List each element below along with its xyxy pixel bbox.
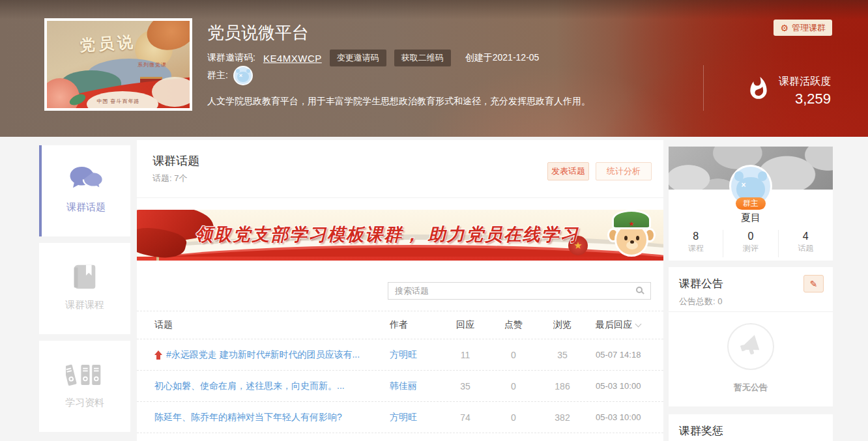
flame-icon <box>746 73 771 104</box>
search-icon[interactable] <box>636 287 643 293</box>
megaphone-icon <box>727 323 774 370</box>
col-header-topic: 话题 <box>137 319 390 331</box>
col-header-views: 浏览 <box>538 319 586 331</box>
author-link[interactable]: 韩佳丽 <box>390 380 417 391</box>
gear-icon: ⚙ <box>780 23 788 33</box>
announcements-card: 课群公告 ✎ 公告总数: 0 暂无公告 <box>669 267 833 406</box>
invite-row: 课群邀请码: KE4MXWCP 变更邀请码 获取二维码 创建于2021-12-0… <box>207 50 539 66</box>
sidebar-item-materials[interactable]: 学习资料 <box>39 341 130 432</box>
mascot-eye-shape <box>636 236 639 240</box>
binders-icon <box>66 358 104 391</box>
topics-count: 话题: 7个 <box>152 173 187 184</box>
owner-badge: 群主 <box>736 197 766 210</box>
red-star-icon: ★ <box>629 221 635 227</box>
mascot-helmet-shape: ★ <box>612 210 651 229</box>
stat-assessments[interactable]: 0 测评 <box>723 230 777 257</box>
last-reply-time: 05-03 10:00 <box>586 381 663 391</box>
chevron-down-icon <box>635 320 642 327</box>
statistics-button[interactable]: 统计分析 <box>596 162 652 180</box>
stat-label: 话题 <box>779 243 833 253</box>
topics-table: 话题 作者 回应 点赞 浏览 最后回应 #永远跟党走 建功新时代#新时代的团员应… <box>137 311 663 433</box>
table-row: 陈延年、陈乔年的精神对当下年轻人有何影响? 方明旺 74 0 382 05-03… <box>137 402 663 433</box>
change-invite-code-button[interactable]: 变更邀请码 <box>330 50 386 66</box>
edit-icon: ✎ <box>810 279 818 289</box>
owner-avatar[interactable]: × <box>233 66 253 85</box>
col-header-likes: 点赞 <box>489 319 538 331</box>
stat-courses[interactable]: 8 课程 <box>669 230 723 257</box>
activity-value: 3,259 <box>779 89 831 109</box>
chat-bubbles-icon <box>67 162 105 196</box>
cover-footer-text: 中国 奋斗百年路 <box>47 98 190 105</box>
rewards-title: 课群奖惩 <box>679 423 723 438</box>
sidebar-item-label: 学习资料 <box>65 397 104 409</box>
sidebar-item-courses[interactable]: 课群课程 <box>39 243 130 334</box>
owner-name: 夏目 <box>669 212 833 224</box>
activity-block: 课群活跃度 3,259 <box>779 74 831 109</box>
owner-row: 群主: × <box>207 66 253 85</box>
sidebar-item-label: 课群课程 <box>65 299 104 311</box>
publish-topic-button[interactable]: 发表话题 <box>547 162 589 180</box>
replies-count: 74 <box>442 412 489 423</box>
col-header-last-reply-label: 最后回应 <box>596 319 632 331</box>
cover-illustration: 党员说 系列微党课 中国 奋斗百年路 <box>47 21 190 108</box>
book-icon <box>70 260 100 294</box>
invite-code-label: 课群邀请码: <box>207 52 255 64</box>
edit-announcement-button[interactable]: ✎ <box>803 275 824 292</box>
stat-topics[interactable]: 4 话题 <box>778 230 833 257</box>
sidebar-item-label: 课群话题 <box>66 201 106 214</box>
topic-title-link[interactable]: 初心如磐、使命在肩，述往思来，向史而新。... <box>154 380 345 392</box>
pinned-icon <box>154 350 162 360</box>
topic-search-box <box>388 282 651 300</box>
author-link[interactable]: 方明旺 <box>390 349 417 360</box>
views-count: 382 <box>538 412 586 423</box>
likes-count: 0 <box>489 350 538 360</box>
stat-value: 8 <box>669 230 723 243</box>
last-reply-time: 05-03 10:00 <box>586 412 663 422</box>
replies-count: 11 <box>442 350 489 360</box>
mascot-eye-shape <box>624 236 628 240</box>
table-row: 初心如磐、使命在肩，述往思来，向史而新。... 韩佳丽 35 0 186 05-… <box>137 371 663 402</box>
group-description: 人文学院思政教育平台，用于丰富学院学生思想政治教育形式和途径，充分发挥思政育人作… <box>207 96 590 107</box>
likes-count: 0 <box>489 381 538 391</box>
sidebar-item-topics[interactable]: 课群话题 <box>39 145 130 236</box>
likes-count: 0 <box>489 412 538 423</box>
stat-label: 测评 <box>723 243 777 253</box>
owner-label: 群主: <box>207 70 228 81</box>
invite-code-link[interactable]: KE4MXWCP <box>263 53 322 64</box>
section-divider <box>137 197 663 198</box>
topics-section-title: 课群话题 <box>152 153 199 169</box>
banner-slogan: 领取党支部学习模板课群， 助力党员在线学习 <box>193 223 581 246</box>
bear-eye-shape: × <box>742 181 746 189</box>
col-header-author: 作者 <box>390 319 442 331</box>
mascot-nose-shape <box>630 240 634 244</box>
table-row: #永远跟党走 建功新时代#新时代的团员应该有... 方明旺 11 0 35 05… <box>137 339 663 371</box>
promo-banner[interactable]: ★ 领取党支部学习模板课群， 助力党员在线学习 ★ <box>137 210 663 261</box>
col-header-replies: 回应 <box>442 319 489 331</box>
profile-stats-row: 8 课程 0 测评 4 话题 <box>669 230 833 257</box>
views-count: 35 <box>538 350 586 360</box>
replies-count: 35 <box>442 381 489 391</box>
header-divider <box>703 65 704 111</box>
section-divider <box>669 311 833 312</box>
get-qr-code-button[interactable]: 获取二维码 <box>394 50 451 66</box>
col-header-last-reply[interactable]: 最后回应 <box>586 319 663 331</box>
rewards-card: 课群奖惩 <box>669 414 833 441</box>
mascot-dog-icon: ★ <box>607 210 656 259</box>
last-reply-time: 05-07 14:18 <box>586 350 663 360</box>
views-count: 186 <box>538 381 586 391</box>
activity-label: 课群活跃度 <box>779 74 831 89</box>
topic-title-link[interactable]: 陈延年、陈乔年的精神对当下年轻人有何影响? <box>154 412 342 423</box>
topic-title-link[interactable]: #永远跟党走 建功新时代#新时代的团员应该有... <box>166 349 360 361</box>
group-header: 党员说 系列微党课 中国 奋斗百年路 党员说微平台 课群邀请码: KE4MXWC… <box>0 0 868 137</box>
stat-label: 课程 <box>669 243 723 253</box>
manage-group-button[interactable]: ⚙ 管理课群 <box>774 20 832 36</box>
search-input[interactable] <box>388 283 650 299</box>
bear-eye-shape: × <box>239 73 242 79</box>
stat-value: 0 <box>723 230 777 243</box>
owner-profile-card: × 群主 夏目 8 课程 0 测评 4 话题 <box>669 147 833 261</box>
manage-group-label: 管理课群 <box>792 22 826 34</box>
author-link[interactable]: 方明旺 <box>390 412 417 422</box>
created-date: 创建于2021-12-05 <box>465 52 540 64</box>
topics-panel: 课群话题 话题: 7个 发表话题 统计分析 ★ 领取党支部学习模板课群， 助力党… <box>137 140 663 441</box>
group-cover-image: 党员说 系列微党课 中国 奋斗百年路 <box>44 18 192 111</box>
